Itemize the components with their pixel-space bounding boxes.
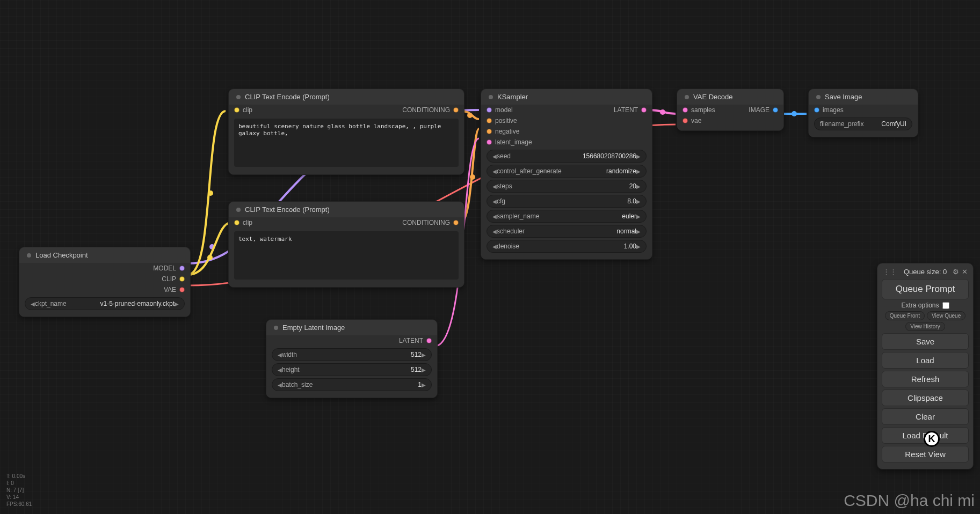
prompt-textarea[interactable]: beautiful scenery nature glass bottle la…	[234, 119, 459, 167]
reset-view-button[interactable]: Reset View	[882, 446, 969, 462]
collapse-dot[interactable]	[236, 208, 241, 212]
port-images-in[interactable]	[814, 107, 819, 113]
widget-control-after-generate[interactable]: ◀control_after_generaterandomize▶	[487, 165, 647, 178]
node-title: KSampler	[497, 93, 528, 101]
svg-point-3	[467, 113, 473, 118]
node-save-image[interactable]: Save Image images filename_prefixComfyUI	[808, 89, 918, 137]
chevron-right-icon[interactable]: ▶	[175, 301, 179, 307]
port-samples-in[interactable]	[683, 107, 688, 113]
widget-height[interactable]: ◀height512▶	[272, 363, 432, 376]
svg-point-4	[470, 174, 475, 180]
slot-label: vae	[691, 117, 701, 124]
widget-steps[interactable]: ◀steps20▶	[487, 180, 647, 193]
svg-point-0	[209, 244, 215, 249]
port-conditioning-out[interactable]	[453, 220, 459, 225]
widget-batch-size[interactable]: ◀batch_size1▶	[272, 378, 432, 391]
widget-width[interactable]: ◀width512▶	[272, 348, 432, 361]
save-button[interactable]: Save	[882, 333, 969, 350]
collapse-dot[interactable]	[236, 95, 241, 99]
node-title: Load Checkpoint	[35, 251, 88, 259]
port-latent-out[interactable]	[641, 107, 647, 113]
slot-label: positive	[495, 117, 517, 124]
drag-handle-icon[interactable]: ⋮⋮	[883, 268, 897, 276]
node-title: VAE Decode	[693, 93, 732, 101]
prompt-textarea[interactable]: text, watermark	[234, 231, 459, 280]
widget-seed[interactable]: ◀seed156680208700286▶	[487, 150, 647, 163]
slot-label: samples	[691, 106, 715, 114]
slot-label: IMAGE	[749, 106, 770, 114]
node-title: CLIP Text Encode (Prompt)	[245, 93, 330, 101]
port-model-in[interactable]	[487, 107, 492, 113]
stats-overlay: T: 0.00sI: 0N: 7 [7]V: 14FPS:60.61	[6, 473, 32, 508]
extra-options-checkbox[interactable]	[942, 302, 949, 309]
node-load-checkpoint[interactable]: Load Checkpoint MODEL CLIP VAE ◀ ckpt_na…	[19, 247, 191, 317]
slot-label: clip	[243, 106, 252, 114]
port-negative-in[interactable]	[487, 129, 492, 134]
node-vae-decode[interactable]: VAE Decode samples IMAGE vae	[677, 89, 784, 131]
node-clip-text-encode-positive[interactable]: CLIP Text Encode (Prompt) clip CONDITION…	[228, 89, 464, 175]
slot-label: VAE	[164, 286, 176, 293]
node-ksampler[interactable]: KSampler model LATENT positive negative …	[481, 89, 652, 260]
collapse-dot[interactable]	[685, 95, 689, 99]
port-image-out[interactable]	[773, 107, 778, 113]
queue-prompt-button[interactable]: Queue Prompt	[882, 279, 969, 299]
port-clip-in[interactable]	[234, 220, 239, 225]
k-logo-icon: K	[924, 431, 940, 447]
view-history-button[interactable]: View History	[905, 322, 945, 331]
chevron-left-icon[interactable]: ◀	[31, 301, 35, 307]
slot-label: images	[823, 106, 844, 114]
clear-button[interactable]: Clear	[882, 408, 969, 425]
collapse-dot[interactable]	[274, 326, 278, 330]
port-vae-in[interactable]	[683, 118, 688, 123]
port-latent-out[interactable]	[426, 338, 432, 343]
widget-ckpt-name[interactable]: ◀ ckpt_name v1-5-pruned-emaonly.ckpt ▶	[25, 297, 185, 310]
node-title: Empty Latent Image	[282, 324, 345, 332]
port-conditioning-out[interactable]	[453, 107, 459, 113]
node-empty-latent-image[interactable]: Empty Latent Image LATENT ◀width512▶ ◀he…	[266, 319, 438, 398]
collapse-dot[interactable]	[489, 95, 493, 99]
extra-options-row[interactable]: Extra options	[882, 302, 969, 309]
slot-label: CONDITIONING	[402, 219, 450, 226]
port-positive-in[interactable]	[487, 118, 492, 123]
widget-denoise[interactable]: ◀denoise1.00▶	[487, 240, 647, 253]
slot-label: MODEL	[153, 265, 176, 272]
node-clip-text-encode-negative[interactable]: CLIP Text Encode (Prompt) clip CONDITION…	[228, 201, 464, 288]
port-clip-out[interactable]	[179, 276, 185, 282]
widget-cfg[interactable]: ◀cfg8.0▶	[487, 195, 647, 208]
slot-label: model	[495, 106, 513, 114]
svg-point-1	[208, 190, 213, 196]
collapse-dot[interactable]	[816, 95, 821, 99]
view-queue-button[interactable]: View Queue	[927, 311, 966, 320]
widget-sampler-name[interactable]: ◀sampler_nameeuler▶	[487, 210, 647, 223]
gear-icon[interactable]: ⚙	[953, 268, 959, 276]
svg-point-2	[207, 255, 213, 260]
port-model-out[interactable]	[179, 266, 185, 271]
widget-scheduler[interactable]: ◀schedulernormal▶	[487, 225, 647, 238]
widget-filename-prefix[interactable]: filename_prefixComfyUI	[814, 118, 912, 130]
close-icon[interactable]: ✕	[962, 268, 968, 276]
slot-label: clip	[243, 219, 252, 226]
refresh-button[interactable]: Refresh	[882, 371, 969, 387]
svg-point-5	[660, 109, 665, 115]
collapse-dot[interactable]	[27, 253, 31, 258]
svg-point-6	[792, 111, 797, 116]
slot-label: latent_image	[495, 138, 532, 146]
queue-front-button[interactable]: Queue Front	[885, 311, 925, 320]
slot-label: negative	[495, 128, 519, 135]
node-title: Save Image	[825, 93, 862, 101]
slot-label: CLIP	[162, 275, 176, 283]
port-clip-in[interactable]	[234, 107, 239, 113]
port-vae-out[interactable]	[179, 287, 185, 292]
slot-label: LATENT	[614, 106, 638, 114]
clipspace-button[interactable]: Clipspace	[882, 390, 969, 406]
port-latent-image-in[interactable]	[487, 139, 492, 145]
load-button[interactable]: Load	[882, 352, 969, 369]
slot-label: LATENT	[399, 337, 423, 344]
queue-size-label: Queue size: 0	[904, 268, 947, 276]
watermark-text: CSDN @ha chi mi	[844, 491, 975, 510]
slot-label: CONDITIONING	[402, 106, 450, 114]
node-title: CLIP Text Encode (Prompt)	[245, 205, 330, 214]
